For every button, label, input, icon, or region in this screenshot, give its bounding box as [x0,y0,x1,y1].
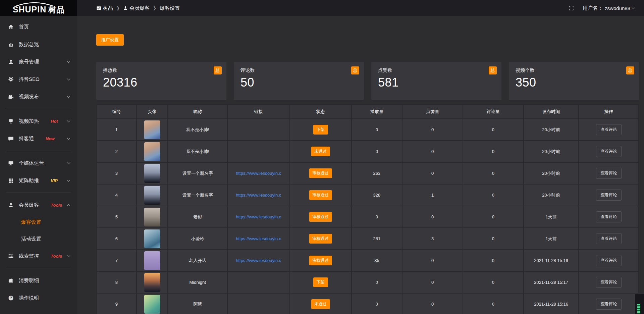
sidebar-item-matrix-boost[interactable]: 矩阵助推 VIP [0,172,77,189]
sidebar-item-label: 视频加热 [19,118,39,124]
sidebar-item-member-baoke[interactable]: 会员爆客 Tools [0,196,77,214]
grid-icon [8,178,14,184]
avatar [144,229,160,248]
user-menu[interactable]: 用户名：zswodun88 [583,5,635,11]
floating-widget[interactable] [635,293,644,314]
promo-settings-button[interactable]: 推广设置 [96,34,124,46]
cell-time: 20小时前 [524,162,579,184]
sidebar-divider [6,193,71,193]
breadcrumb-current: 爆客设置 [160,5,180,11]
status-badge[interactable]: 审核通过 [309,168,332,178]
status-badge[interactable]: 审核通过 [309,234,332,244]
gear-icon [8,76,14,82]
table-header-row: 编号 头像 昵称 链接 状态 播放量 点赞量 评论量 发布时间 操作 [97,105,638,119]
video-link[interactable]: https://www.iesdouyin.c [229,236,288,241]
stat-card-likes: 点赞数 581 总 [371,62,501,100]
vip-tag: VIP [51,178,58,183]
cell-time: 2021-11-28 15:16 [524,293,579,314]
view-comments-button[interactable]: 查看评论 [596,124,622,135]
cell-comments: 0 [463,162,524,184]
app-logo[interactable]: SHUPIN 树品 [0,0,77,16]
view-comments-button[interactable]: 查看评论 [596,255,622,266]
sidebar-item-home[interactable]: 首页 [0,18,77,36]
table-row: 4 设置一个新名字 https://www.iesdouyin.c 审核通过 3… [97,184,638,206]
sidebar-divider [6,109,71,109]
sidebar-item-label: 抖客通 [19,136,34,142]
cell-comments: 0 [463,119,524,141]
sidebar-item-douketong[interactable]: 抖客通 New [0,130,77,147]
breadcrumb-label: 爆客设置 [160,5,180,11]
topbar: SHUPIN 树品 树品 ❯ 会员爆客 ❯ 爆客设置 用户名：zswodun88 [0,0,644,16]
status-badge[interactable]: 未通过 [311,299,330,309]
view-comments-button[interactable]: 查看评论 [596,277,622,288]
hot-tag: Hot [51,119,58,124]
cell-nickname: 我不是小帅! [168,119,227,141]
chevron-down-icon [67,254,70,257]
view-comments-button[interactable]: 查看评论 [596,190,622,201]
breadcrumb: 树品 ❯ 会员爆客 ❯ 爆客设置 [96,5,180,11]
status-badge[interactable]: 下架 [313,125,328,135]
cell-plays: 328 [352,184,402,206]
stat-card-comments: 评论数 50 总 [234,62,364,100]
status-badge[interactable]: 未通过 [311,147,330,156]
cell-nickname: 我不是小帅! [168,141,227,162]
avatar [144,120,160,139]
cell-plays: 0 [352,119,402,141]
table-row: 1 我不是小帅! 下架 0 0 0 20小时前 查看评论 [97,119,638,141]
view-comments-button[interactable]: 查看评论 [596,211,622,222]
sidebar-item-all-media[interactable]: 全媒体运营 [0,154,77,172]
col-id: 编号 [97,105,137,119]
sidebar-subitem-activity-settings[interactable]: 活动设置 [0,230,77,247]
cell-likes: 1 [402,184,463,206]
cell-time: 2021-11-28 15:19 [524,250,579,271]
cell-comments: 0 [463,293,524,314]
username-value: zswodun88 [605,5,630,11]
view-comments-button[interactable]: 查看评论 [596,168,622,179]
sidebar-item-video-heat[interactable]: 视频加热 Hot [0,112,77,130]
sidebar-item-data-overview[interactable]: 数据总览 [0,36,77,53]
cell-likes: 0 [402,293,463,314]
logo-arc [15,2,54,6]
view-comments-button[interactable]: 查看评论 [596,299,622,310]
video-link[interactable]: https://www.iesdouyin.c [229,171,288,176]
cell-id: 2 [97,141,137,162]
status-badge[interactable]: 审核通过 [309,256,332,265]
table-row: 5 老彬 https://www.iesdouyin.c 审核通过 0 0 0 … [97,206,638,228]
sidebar-item-douyin-seo[interactable]: 抖音SEO [0,70,77,88]
status-badge[interactable]: 审核通过 [309,212,332,222]
status-badge[interactable]: 审核通过 [309,190,332,200]
breadcrumb-member[interactable]: 会员爆客 [123,5,150,11]
table-row: 3 设置一个新名字 https://www.iesdouyin.c 审核通过 2… [97,162,638,184]
sidebar-subitem-baoke-settings[interactable]: 爆客设置 [0,214,77,230]
cell-comments: 0 [463,250,524,271]
table-row: 7 老人开店 https://www.iesdouyin.c 审核通过 35 0… [97,250,638,271]
stat-label: 评论数 [240,67,357,73]
sidebar-item-instructions[interactable]: ? 操作说明 [0,289,77,307]
cell-likes: 0 [402,141,463,162]
sidebar-item-clue-monitor[interactable]: 线索监控 Tools [0,247,77,265]
stat-value: 581 [378,75,495,90]
sidebar-item-label: 会员爆客 [19,202,39,208]
fullscreen-icon[interactable] [569,5,574,11]
sidebar-item-video-publish[interactable]: 视频发布 [0,88,77,105]
stat-label: 播放数 [103,67,220,73]
status-badge[interactable]: 下架 [313,277,328,287]
video-link[interactable]: https://www.iesdouyin.c [229,258,288,263]
col-plays: 播放量 [352,105,402,119]
sidebar-item-label: 消费明细 [19,277,39,284]
avatar [144,186,160,205]
stat-cards: 播放数 20316 总 评论数 50 总 点赞数 581 总 视频个数 350 … [96,62,639,100]
sidebar-item-expense-detail[interactable]: 消费明细 [0,272,77,289]
cell-comments: 0 [463,206,524,228]
view-comments-button[interactable]: 查看评论 [596,233,622,244]
videos-table: 编号 头像 昵称 链接 状态 播放量 点赞量 评论量 发布时间 操作 1 我不是… [96,104,639,314]
sidebar-item-account-mgmt[interactable]: 账号管理 [0,53,77,70]
cell-likes: 0 [402,119,463,141]
username-label: 用户名： [583,5,603,11]
view-comments-button[interactable]: 查看评论 [596,146,622,157]
sidebar-divider [6,268,71,268]
breadcrumb-home[interactable]: 树品 [96,5,113,11]
video-link[interactable]: https://www.iesdouyin.c [229,214,288,219]
sidebar-item-label: 账号管理 [19,59,39,65]
video-link[interactable]: https://www.iesdouyin.c [229,193,288,198]
